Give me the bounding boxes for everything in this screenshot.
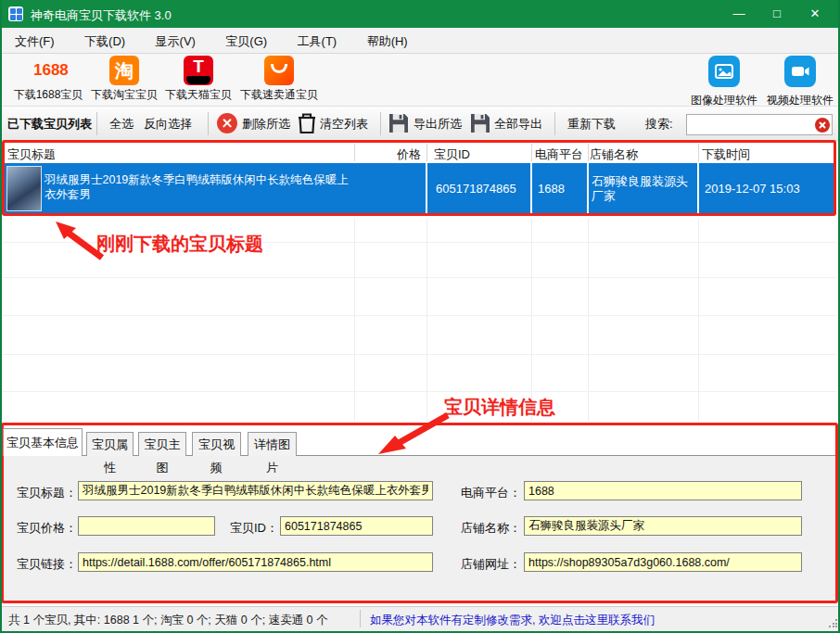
download-1688-label: 下载1688宝贝 <box>6 87 91 103</box>
contact-link[interactable]: 如果您对本软件有定制修改需求, 欢迎点击这里联系我们 <box>370 613 655 628</box>
tab-basic-info[interactable]: 宝贝基本信息 <box>3 428 83 456</box>
toolbar-separator <box>380 112 381 135</box>
search-clear-icon[interactable] <box>815 118 830 133</box>
annotation-list-note: 刚刚下载的宝贝标题 <box>96 232 263 257</box>
list-title: 已下载宝贝列表 <box>7 116 92 133</box>
clear-list-button[interactable]: 清空列表 <box>320 116 368 133</box>
delete-selected-button[interactable]: 删除所选 <box>242 116 290 133</box>
app-logo-icon <box>8 6 23 21</box>
download-taobao-button[interactable]: 淘 下载淘宝宝贝 <box>89 56 159 106</box>
select-all-button[interactable]: 全选 <box>109 116 134 133</box>
invert-select-button[interactable]: 反向选择 <box>144 116 192 133</box>
menu-item-baby[interactable]: 宝贝(G) <box>212 28 280 54</box>
image-software-button[interactable]: 图像处理软件 <box>687 56 761 106</box>
menu-view[interactable]: 显示(V) <box>143 28 209 54</box>
clear-list-icon[interactable] <box>297 112 317 138</box>
window-title: 神奇电商宝贝下载软件 3.0 <box>31 7 172 24</box>
maximize-button[interactable]: □ <box>758 0 795 28</box>
menu-help[interactable]: 帮助(H) <box>354 28 421 54</box>
image-software-icon <box>708 56 740 87</box>
export-selected-button[interactable]: 导出所选 <box>414 116 462 133</box>
annotation-arrow-down <box>369 410 454 458</box>
video-software-button[interactable]: 视频处理软件 <box>763 56 837 106</box>
delete-selected-icon[interactable] <box>217 113 237 133</box>
toolbar-separator <box>96 112 97 135</box>
download-tmall-label: 下载天猫宝贝 <box>163 87 234 103</box>
close-button[interactable]: ✕ <box>796 0 834 28</box>
toolbar-separator <box>554 112 555 135</box>
download-aliexpress-label: 下载速卖通宝贝 <box>237 87 321 103</box>
aliexpress-smile-icon <box>264 56 294 85</box>
status-summary: 共 1 个宝贝, 其中: 1688 1 个; 淘宝 0 个; 天猫 0 个; 速… <box>8 613 328 628</box>
download-taobao-label: 下载淘宝宝贝 <box>89 87 159 103</box>
video-software-icon <box>784 56 816 87</box>
status-separator <box>360 610 361 627</box>
menu-bar: 文件(F) 下载(D) 显示(V) 宝贝(G) 工具(T) 帮助(H) <box>2 28 838 54</box>
export-all-icon[interactable] <box>471 114 490 136</box>
search-input[interactable] <box>686 114 833 135</box>
menu-download[interactable]: 下载(D) <box>71 28 138 54</box>
export-selected-icon[interactable] <box>389 114 408 136</box>
toolbar-separator <box>208 112 209 135</box>
download-tmall-button[interactable]: T 下载天猫宝贝 <box>163 56 234 106</box>
minimize-button[interactable]: — <box>720 0 757 28</box>
search-label: 搜索: <box>645 116 673 133</box>
1688-logo-icon: 1688 <box>33 56 63 85</box>
taobao-icon: 淘 <box>109 56 139 85</box>
export-all-button[interactable]: 全部导出 <box>494 116 542 133</box>
resize-grip[interactable] <box>829 619 837 627</box>
title-bar: 神奇电商宝贝下载软件 3.0 — □ ✕ <box>0 0 840 28</box>
menu-file[interactable]: 文件(F) <box>2 28 68 54</box>
redownload-button[interactable]: 重新下载 <box>567 116 616 133</box>
annotation-detail-note: 宝贝详情信息 <box>444 395 555 420</box>
download-aliexpress-button[interactable]: 下载速卖通宝贝 <box>237 56 321 106</box>
window-border <box>0 0 2 633</box>
menu-tools[interactable]: 工具(T) <box>285 28 350 54</box>
download-1688-button[interactable]: 1688 下载1688宝贝 <box>6 56 91 106</box>
app-window: 神奇电商宝贝下载软件 3.0 — □ ✕ 文件(F) 下载(D) 显示(V) 宝… <box>0 0 840 633</box>
tmall-icon: T <box>184 56 213 85</box>
annotation-box-list <box>2 140 836 216</box>
